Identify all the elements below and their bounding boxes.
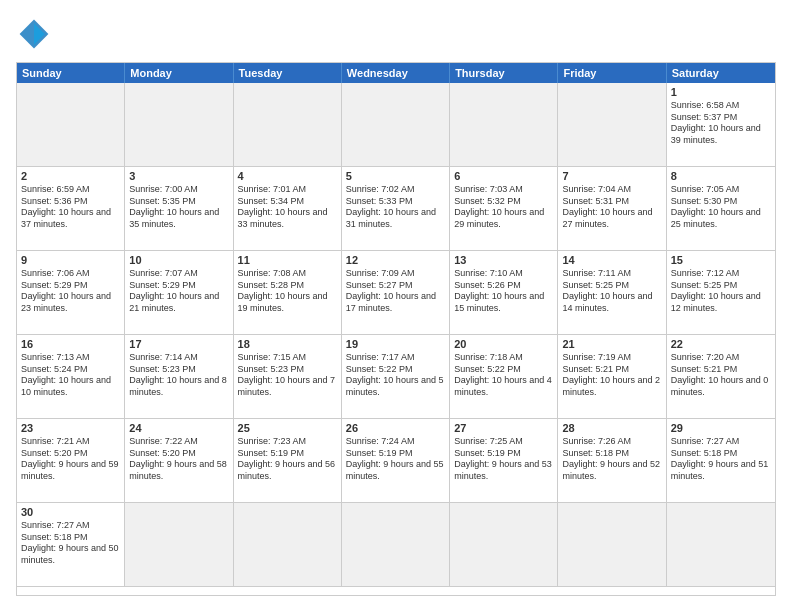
weekday-header-monday: Monday: [125, 63, 233, 83]
day-info: Sunrise: 7:03 AM Sunset: 5:32 PM Dayligh…: [454, 184, 553, 231]
day-number: 7: [562, 170, 661, 182]
empty-cell: [234, 503, 342, 587]
day-cell-9: 9Sunrise: 7:06 AM Sunset: 5:29 PM Daylig…: [17, 251, 125, 335]
day-number: 30: [21, 506, 120, 518]
day-cell-4: 4Sunrise: 7:01 AM Sunset: 5:34 PM Daylig…: [234, 167, 342, 251]
day-info: Sunrise: 7:00 AM Sunset: 5:35 PM Dayligh…: [129, 184, 228, 231]
day-number: 21: [562, 338, 661, 350]
day-info: Sunrise: 7:11 AM Sunset: 5:25 PM Dayligh…: [562, 268, 661, 315]
empty-cell: [342, 503, 450, 587]
day-cell-12: 12Sunrise: 7:09 AM Sunset: 5:27 PM Dayli…: [342, 251, 450, 335]
day-info: Sunrise: 7:08 AM Sunset: 5:28 PM Dayligh…: [238, 268, 337, 315]
day-number: 13: [454, 254, 553, 266]
day-info: Sunrise: 7:13 AM Sunset: 5:24 PM Dayligh…: [21, 352, 120, 399]
day-info: Sunrise: 7:02 AM Sunset: 5:33 PM Dayligh…: [346, 184, 445, 231]
day-cell-22: 22Sunrise: 7:20 AM Sunset: 5:21 PM Dayli…: [667, 335, 775, 419]
empty-cell: [17, 83, 125, 167]
day-info: Sunrise: 7:18 AM Sunset: 5:22 PM Dayligh…: [454, 352, 553, 399]
day-number: 22: [671, 338, 771, 350]
empty-cell: [450, 503, 558, 587]
day-cell-30: 30Sunrise: 7:27 AM Sunset: 5:18 PM Dayli…: [17, 503, 125, 587]
day-info: Sunrise: 7:24 AM Sunset: 5:19 PM Dayligh…: [346, 436, 445, 483]
logo: [16, 16, 58, 52]
day-info: Sunrise: 7:14 AM Sunset: 5:23 PM Dayligh…: [129, 352, 228, 399]
day-number: 28: [562, 422, 661, 434]
weekday-header-thursday: Thursday: [450, 63, 558, 83]
weekday-header-tuesday: Tuesday: [234, 63, 342, 83]
day-cell-27: 27Sunrise: 7:25 AM Sunset: 5:19 PM Dayli…: [450, 419, 558, 503]
weekday-header-saturday: Saturday: [667, 63, 775, 83]
day-cell-26: 26Sunrise: 7:24 AM Sunset: 5:19 PM Dayli…: [342, 419, 450, 503]
day-number: 18: [238, 338, 337, 350]
day-cell-16: 16Sunrise: 7:13 AM Sunset: 5:24 PM Dayli…: [17, 335, 125, 419]
day-cell-28: 28Sunrise: 7:26 AM Sunset: 5:18 PM Dayli…: [558, 419, 666, 503]
calendar: SundayMondayTuesdayWednesdayThursdayFrid…: [16, 62, 776, 596]
weekday-header-friday: Friday: [558, 63, 666, 83]
empty-cell: [558, 503, 666, 587]
weekday-header-sunday: Sunday: [17, 63, 125, 83]
day-info: Sunrise: 7:06 AM Sunset: 5:29 PM Dayligh…: [21, 268, 120, 315]
day-info: Sunrise: 6:59 AM Sunset: 5:36 PM Dayligh…: [21, 184, 120, 231]
day-cell-3: 3Sunrise: 7:00 AM Sunset: 5:35 PM Daylig…: [125, 167, 233, 251]
day-cell-5: 5Sunrise: 7:02 AM Sunset: 5:33 PM Daylig…: [342, 167, 450, 251]
day-cell-15: 15Sunrise: 7:12 AM Sunset: 5:25 PM Dayli…: [667, 251, 775, 335]
day-cell-10: 10Sunrise: 7:07 AM Sunset: 5:29 PM Dayli…: [125, 251, 233, 335]
logo-icon: [16, 16, 52, 52]
day-cell-24: 24Sunrise: 7:22 AM Sunset: 5:20 PM Dayli…: [125, 419, 233, 503]
day-number: 29: [671, 422, 771, 434]
day-info: Sunrise: 7:21 AM Sunset: 5:20 PM Dayligh…: [21, 436, 120, 483]
day-cell-17: 17Sunrise: 7:14 AM Sunset: 5:23 PM Dayli…: [125, 335, 233, 419]
calendar-header: SundayMondayTuesdayWednesdayThursdayFrid…: [17, 63, 775, 83]
day-number: 4: [238, 170, 337, 182]
day-cell-25: 25Sunrise: 7:23 AM Sunset: 5:19 PM Dayli…: [234, 419, 342, 503]
day-number: 15: [671, 254, 771, 266]
day-info: Sunrise: 7:09 AM Sunset: 5:27 PM Dayligh…: [346, 268, 445, 315]
day-info: Sunrise: 7:07 AM Sunset: 5:29 PM Dayligh…: [129, 268, 228, 315]
day-number: 25: [238, 422, 337, 434]
day-cell-19: 19Sunrise: 7:17 AM Sunset: 5:22 PM Dayli…: [342, 335, 450, 419]
day-number: 17: [129, 338, 228, 350]
day-info: Sunrise: 7:23 AM Sunset: 5:19 PM Dayligh…: [238, 436, 337, 483]
day-info: Sunrise: 7:27 AM Sunset: 5:18 PM Dayligh…: [671, 436, 771, 483]
day-info: Sunrise: 7:25 AM Sunset: 5:19 PM Dayligh…: [454, 436, 553, 483]
day-number: 10: [129, 254, 228, 266]
day-info: Sunrise: 7:26 AM Sunset: 5:18 PM Dayligh…: [562, 436, 661, 483]
empty-cell: [125, 83, 233, 167]
day-number: 8: [671, 170, 771, 182]
day-cell-1: 1Sunrise: 6:58 AM Sunset: 5:37 PM Daylig…: [667, 83, 775, 167]
day-cell-29: 29Sunrise: 7:27 AM Sunset: 5:18 PM Dayli…: [667, 419, 775, 503]
empty-cell: [125, 503, 233, 587]
empty-cell: [450, 83, 558, 167]
day-cell-6: 6Sunrise: 7:03 AM Sunset: 5:32 PM Daylig…: [450, 167, 558, 251]
day-info: Sunrise: 7:15 AM Sunset: 5:23 PM Dayligh…: [238, 352, 337, 399]
day-cell-13: 13Sunrise: 7:10 AM Sunset: 5:26 PM Dayli…: [450, 251, 558, 335]
day-number: 19: [346, 338, 445, 350]
empty-cell: [342, 83, 450, 167]
day-cell-18: 18Sunrise: 7:15 AM Sunset: 5:23 PM Dayli…: [234, 335, 342, 419]
empty-cell: [234, 83, 342, 167]
day-number: 1: [671, 86, 771, 98]
day-number: 11: [238, 254, 337, 266]
day-number: 12: [346, 254, 445, 266]
day-info: Sunrise: 7:27 AM Sunset: 5:18 PM Dayligh…: [21, 520, 120, 567]
day-cell-21: 21Sunrise: 7:19 AM Sunset: 5:21 PM Dayli…: [558, 335, 666, 419]
day-cell-2: 2Sunrise: 6:59 AM Sunset: 5:36 PM Daylig…: [17, 167, 125, 251]
day-info: Sunrise: 7:01 AM Sunset: 5:34 PM Dayligh…: [238, 184, 337, 231]
day-number: 27: [454, 422, 553, 434]
day-info: Sunrise: 7:05 AM Sunset: 5:30 PM Dayligh…: [671, 184, 771, 231]
day-number: 5: [346, 170, 445, 182]
page-header: [16, 16, 776, 52]
day-info: Sunrise: 7:12 AM Sunset: 5:25 PM Dayligh…: [671, 268, 771, 315]
day-number: 23: [21, 422, 120, 434]
day-info: Sunrise: 7:22 AM Sunset: 5:20 PM Dayligh…: [129, 436, 228, 483]
day-cell-20: 20Sunrise: 7:18 AM Sunset: 5:22 PM Dayli…: [450, 335, 558, 419]
day-info: Sunrise: 7:04 AM Sunset: 5:31 PM Dayligh…: [562, 184, 661, 231]
day-cell-7: 7Sunrise: 7:04 AM Sunset: 5:31 PM Daylig…: [558, 167, 666, 251]
day-info: Sunrise: 7:10 AM Sunset: 5:26 PM Dayligh…: [454, 268, 553, 315]
empty-cell: [558, 83, 666, 167]
day-info: Sunrise: 6:58 AM Sunset: 5:37 PM Dayligh…: [671, 100, 771, 147]
day-number: 16: [21, 338, 120, 350]
day-number: 24: [129, 422, 228, 434]
empty-cell: [667, 503, 775, 587]
day-number: 3: [129, 170, 228, 182]
